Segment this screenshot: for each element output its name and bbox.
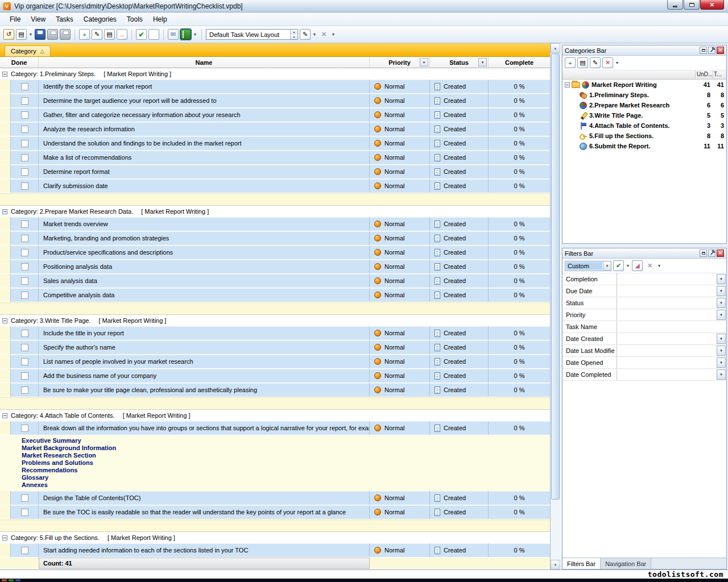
category-tree-item[interactable]: 2.Prepare Market Research66 [562,100,726,110]
status-cell[interactable]: Created [430,122,489,136]
task-row[interactable]: Design the Table of Contents(TOC)NormalC… [0,491,550,505]
task-checkbox[interactable] [21,83,28,90]
task-row[interactable]: Product/service specifications and descr… [0,246,550,260]
group-header[interactable]: Category: 1.Preliminary Steps.[ Market R… [0,68,550,80]
done-cell[interactable] [10,260,39,273]
status-cell[interactable]: Created [430,80,489,93]
category-tree-item[interactable]: 5.Fill up the Sections.88 [562,131,726,141]
status-cell[interactable]: Created [430,179,489,193]
status-cell[interactable]: Created [430,326,489,340]
column-header-undone[interactable]: UnD... [696,70,713,79]
complete-cell[interactable]: 0 % [489,136,550,150]
done-cell[interactable] [10,80,39,93]
tab-navigation-bar[interactable]: Navigation Bar [601,558,651,569]
filter-value-field[interactable] [617,357,716,368]
new-task-icon[interactable]: + [79,29,90,40]
category-tree-item[interactable]: 3.Write Title Page.55 [562,110,726,120]
done-cell[interactable] [10,543,39,557]
task-row[interactable]: List names of people involved in your ma… [0,355,550,369]
task-name-cell[interactable]: Product/service specifications and descr… [39,246,370,259]
complete-cell[interactable]: 0 % [489,340,550,354]
menu-item-tasks[interactable]: Tasks [51,13,78,26]
done-cell[interactable] [10,94,39,107]
task-checkbox[interactable] [21,494,28,502]
filter-value-field[interactable] [617,369,716,380]
task-checkbox[interactable] [21,249,28,256]
float-panel-icon[interactable] [700,250,707,257]
done-cell[interactable] [10,340,39,354]
filter-value-field[interactable] [617,273,716,285]
done-cell[interactable] [10,165,39,178]
task-name-cell[interactable]: Add the business name of your company [39,369,370,383]
complete-cell[interactable]: 0 % [489,326,550,340]
task-checkbox[interactable] [21,97,28,105]
priority-cell[interactable]: Normal [370,151,430,164]
complete-cell[interactable]: 0 % [489,260,550,273]
task-row[interactable]: Positioning analysis dataNormalCreated0 … [0,260,550,274]
complete-cell[interactable]: 0 % [489,543,550,557]
complete-cell[interactable]: 0 % [489,94,550,107]
task-row[interactable]: Competitive analysis dataNormalCreated0 … [0,288,550,302]
float-panel-icon[interactable] [700,47,707,54]
complete-cell[interactable]: 0 % [489,231,550,245]
status-filter-dropdown[interactable]: ▼ [478,58,487,66]
task-checkbox[interactable] [21,126,28,133]
layout-dropdown-icon[interactable]: ▼ [193,32,197,36]
close-panel-icon[interactable]: ✕ [717,47,724,54]
task-name-cell[interactable]: Understand the solution and findings to … [39,136,370,150]
print-icon[interactable] [47,29,58,40]
task-row[interactable]: Start adding needed information to each … [0,543,550,558]
task-name-cell[interactable]: Competitive analysis data [39,288,370,302]
filter-dropdown-button[interactable]: ▼ [717,334,726,344]
layout-combo-spinner[interactable]: ▲▼ [290,30,297,39]
complete-cell[interactable]: 0 % [489,217,550,231]
done-cell[interactable] [10,505,39,519]
status-cell[interactable]: Created [430,543,489,557]
filter-value-field[interactable] [617,345,716,356]
task-name-cell[interactable]: List names of people involved in your ma… [39,355,370,368]
pin-panel-icon[interactable] [708,47,715,54]
status-cell[interactable]: Created [430,151,489,164]
mark-incomplete-icon[interactable] [148,29,159,40]
menu-item-view[interactable]: View [26,13,51,26]
task-checkbox[interactable] [21,263,28,271]
more-dropdown-icon[interactable]: ▼ [331,32,336,36]
task-name-cell[interactable]: Positioning analysis data [39,260,370,273]
done-cell[interactable] [10,246,39,259]
delete-layout-icon[interactable]: ✕ [318,29,329,40]
group-header[interactable]: Category: 5.Fill up the Sections.[ Marke… [0,532,550,543]
filter-value-field[interactable] [617,321,726,332]
task-checkbox[interactable] [21,547,28,554]
category-tree-item[interactable]: 6.Submit the Report.1111 [562,141,726,151]
task-name-cell[interactable]: Determine the target audience your repor… [39,94,370,107]
task-name-cell[interactable]: Be sure to make your title page clean, p… [39,383,370,397]
priority-cell[interactable]: Normal [370,231,430,245]
save-icon[interactable] [35,29,46,40]
task-row[interactable]: Sales analysis dataNormalCreated0 % [0,274,550,288]
complete-cell[interactable]: 0 % [489,151,550,164]
done-cell[interactable] [10,108,39,122]
done-cell[interactable] [10,151,39,164]
task-name-cell[interactable]: Include the title in your report [39,326,370,340]
scroll-up-icon[interactable]: ▲ [551,43,560,53]
filter-dropdown-button[interactable]: ▼ [717,310,726,320]
task-row[interactable]: Make a list of recommendationsNormalCrea… [0,151,550,165]
complete-cell[interactable]: 0 % [489,505,550,519]
group-by-category-tab[interactable]: Category △ [5,45,51,56]
scrollbar-track[interactable] [551,53,560,560]
maximize-button[interactable] [684,0,700,10]
complete-cell[interactable]: 0 % [489,165,550,178]
group-header[interactable]: Category: 3.Write Title Page.[ Market Re… [0,315,550,326]
priority-cell[interactable]: Normal [370,94,430,107]
done-cell[interactable] [10,179,39,193]
priority-filter-dropdown[interactable]: ▼ [420,58,428,66]
filter-value-field[interactable] [617,333,716,344]
done-cell[interactable] [10,326,39,340]
layout-combo[interactable]: Default Task View Layout ▲▼ [206,29,298,40]
task-view-layout-icon[interactable] [180,29,191,40]
print-preview-icon[interactable] [60,29,71,40]
complete-cell[interactable]: 0 % [489,80,550,93]
priority-cell[interactable]: Normal [370,136,430,150]
done-cell[interactable] [10,491,39,505]
task-name-cell[interactable]: Determine report format [39,165,370,178]
